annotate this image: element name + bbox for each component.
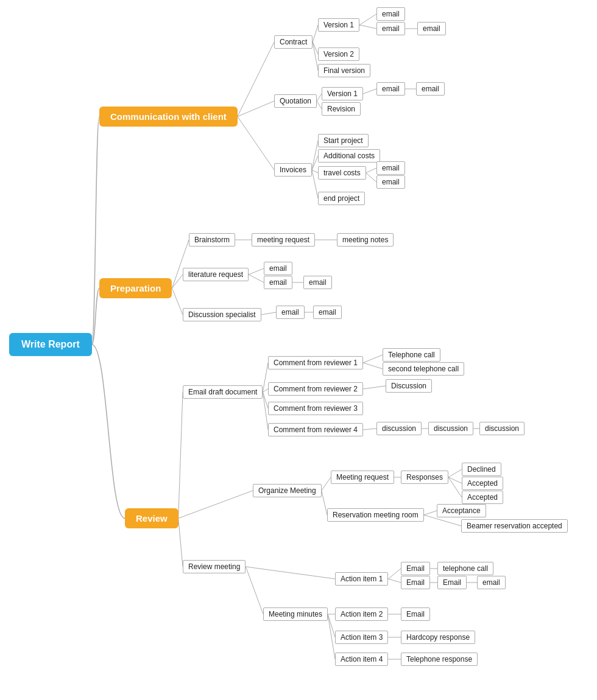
comment-rev3-label: Comment from reviewer 3: [268, 402, 363, 415]
invoices-label: Invoices: [274, 163, 312, 177]
svg-line-36: [363, 355, 383, 363]
svg-line-48: [424, 511, 437, 515]
svg-line-24: [249, 268, 264, 275]
version2-contract-label: Version 2: [318, 47, 359, 61]
email-ds1-node: email: [276, 306, 305, 319]
accepted1-label: Accepted: [462, 477, 503, 490]
email-lit3-label: email: [303, 276, 332, 289]
svg-line-25: [249, 275, 264, 282]
reservation-room-node: Reservation meeting room: [327, 508, 424, 522]
meeting-notes-label: meeting notes: [337, 233, 394, 247]
action1-label: Action item 1: [335, 572, 388, 586]
acceptance-room-node: Acceptance: [437, 504, 486, 517]
telephone-call-label: Telephone call: [383, 348, 440, 362]
travel-costs-node: travel costs: [318, 166, 366, 180]
action1-node: Action item 1: [335, 572, 388, 586]
version1-contract-node: Version 1: [318, 18, 359, 32]
second-telephone-label: second telephone call: [383, 362, 464, 376]
review-meeting-node: Review meeting: [183, 560, 246, 573]
revision-quot-node: Revision: [322, 102, 361, 116]
email-v1-3-node: email: [417, 22, 446, 35]
svg-line-52: [388, 569, 401, 579]
discussion-r4-3-node: discussion: [479, 422, 525, 435]
telephone-a1-label: telephone call: [437, 562, 493, 575]
discussion-r4-2-label: discussion: [428, 422, 473, 435]
svg-line-32: [263, 363, 268, 392]
action4-node: Action item 4: [335, 653, 388, 666]
svg-line-30: [178, 491, 253, 519]
svg-line-29: [178, 392, 183, 519]
svg-line-13: [312, 141, 318, 170]
email-tc2-node: email: [376, 175, 405, 189]
email-quot2-label: email: [416, 82, 445, 96]
meeting-request-org-node: Meeting request: [331, 471, 394, 484]
email-lit2-node: email: [264, 276, 292, 289]
telephone-response-label: Telephone response: [401, 653, 478, 666]
email-a1-4-node: email: [477, 576, 506, 589]
communication-node: Communication with client: [99, 107, 238, 127]
email-v1-2-label: email: [376, 22, 405, 35]
start-project-node: Start project: [318, 134, 369, 147]
version1-quot-label: Version 1: [322, 87, 363, 100]
organize-meeting-node: Organize Meeting: [253, 484, 322, 497]
svg-line-53: [388, 579, 401, 583]
end-project-label: end project: [318, 192, 365, 205]
brainstorm-node: Brainstorm: [189, 233, 235, 247]
svg-line-46: [448, 477, 462, 483]
telephone-a1-node: telephone call: [437, 562, 493, 575]
email-v1-1-node: email: [376, 7, 405, 21]
svg-line-11: [363, 89, 376, 94]
svg-line-35: [263, 392, 268, 430]
version1-quot-node: Version 1: [322, 87, 363, 100]
email-a1-1-label: Email: [401, 562, 430, 575]
email-lit3-node: email: [303, 276, 332, 289]
meeting-request-node: meeting request: [252, 233, 315, 247]
email-ds1-label: email: [276, 306, 305, 319]
version2-contract-node: Version 2: [318, 47, 359, 61]
meeting-request-org-label: Meeting request: [331, 471, 394, 484]
acceptance-room-label: Acceptance: [437, 504, 486, 517]
organize-meeting-label: Organize Meeting: [253, 484, 322, 497]
comment-rev1-label: Comment from reviewer 1: [268, 356, 363, 369]
discussion-r4-2-node: discussion: [428, 422, 473, 435]
version1-contract-label: Version 1: [318, 18, 359, 32]
email-tc1-label: email: [376, 161, 405, 175]
svg-line-2: [238, 117, 274, 170]
final-version-node: Final version: [318, 64, 370, 77]
literature-request-label: literature request: [183, 268, 249, 281]
email-ds2-node: email: [313, 306, 342, 319]
email-lit1-node: email: [264, 262, 292, 275]
review-node: Review: [125, 508, 178, 528]
svg-line-42: [322, 477, 331, 491]
accepted1-node: Accepted: [462, 477, 503, 490]
discussion-r4-1-label: discussion: [376, 422, 422, 435]
svg-line-9: [317, 94, 322, 101]
email-draft-node: Email draft document: [183, 385, 263, 399]
email-lit1-label: email: [264, 262, 292, 275]
reservation-room-label: Reservation meeting room: [327, 508, 424, 522]
email-a1-3-label: Email: [437, 576, 467, 589]
comment-rev1-node: Comment from reviewer 1: [268, 356, 363, 369]
invoices-node: Invoices: [274, 163, 312, 177]
email-a2-label: Email: [401, 607, 430, 621]
second-telephone-node: second telephone call: [383, 362, 464, 376]
comment-rev2-node: Comment from reviewer 2: [268, 382, 363, 396]
review-meeting-label: Review meeting: [183, 560, 246, 573]
responses-label: Responses: [401, 471, 448, 484]
root-label: Write Report: [9, 333, 92, 356]
svg-line-34: [263, 392, 268, 408]
start-project-label: Start project: [318, 134, 369, 147]
communication-label: Communication with client: [99, 107, 238, 127]
discussion-specialist-label: Discussion specialist: [183, 308, 261, 321]
svg-line-59: [328, 614, 335, 659]
action2-node: Action item 2: [335, 607, 388, 621]
action2-label: Action item 2: [335, 607, 388, 621]
svg-line-15: [312, 170, 318, 173]
responses-node: Responses: [401, 471, 448, 484]
root-node: Write Report: [9, 333, 92, 356]
discussion-r4-3-label: discussion: [479, 422, 525, 435]
email-quot1-label: email: [376, 82, 405, 96]
final-version-label: Final version: [318, 64, 370, 77]
meeting-notes-node: meeting notes: [337, 233, 394, 247]
end-project-node: end project: [318, 192, 365, 205]
